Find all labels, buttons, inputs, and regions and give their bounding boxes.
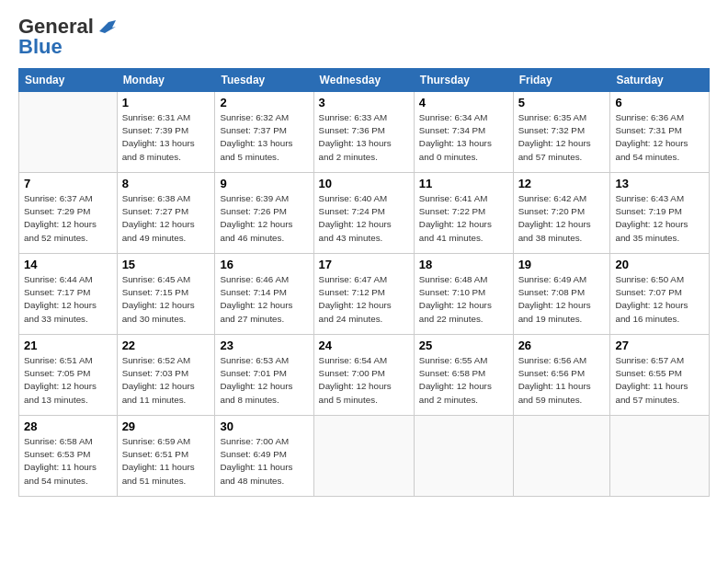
- calendar-cell: 8Sunrise: 6:38 AM Sunset: 7:27 PM Daylig…: [117, 173, 215, 254]
- calendar-cell: 15Sunrise: 6:45 AM Sunset: 7:15 PM Dayli…: [117, 254, 215, 335]
- day-number: 5: [518, 96, 606, 109]
- day-info: Sunrise: 6:45 AM Sunset: 7:15 PM Dayligh…: [122, 273, 210, 326]
- calendar-cell: [313, 416, 414, 497]
- day-info: Sunrise: 6:54 AM Sunset: 7:00 PM Dayligh…: [319, 354, 409, 407]
- day-info: Sunrise: 6:37 AM Sunset: 7:29 PM Dayligh…: [24, 192, 112, 245]
- calendar-cell: [513, 416, 610, 497]
- day-number: 3: [319, 96, 409, 109]
- day-info: Sunrise: 6:38 AM Sunset: 7:27 PM Dayligh…: [122, 192, 210, 245]
- calendar-cell: 21Sunrise: 6:51 AM Sunset: 7:05 PM Dayli…: [19, 335, 118, 416]
- calendar-cell: 25Sunrise: 6:55 AM Sunset: 6:58 PM Dayli…: [414, 335, 513, 416]
- day-number: 2: [220, 96, 308, 109]
- weekday-header-wednesday: Wednesday: [313, 69, 414, 92]
- day-number: 14: [24, 258, 112, 271]
- day-number: 22: [122, 339, 210, 352]
- calendar-cell: 13Sunrise: 6:43 AM Sunset: 7:19 PM Dayli…: [610, 173, 710, 254]
- calendar-cell: 2Sunrise: 6:32 AM Sunset: 7:37 PM Daylig…: [215, 92, 313, 173]
- calendar-cell: 23Sunrise: 6:53 AM Sunset: 7:01 PM Dayli…: [215, 335, 313, 416]
- calendar-cell: 24Sunrise: 6:54 AM Sunset: 7:00 PM Dayli…: [313, 335, 414, 416]
- day-number: 9: [220, 177, 308, 190]
- logo-blue: Blue: [18, 35, 63, 59]
- calendar-cell: 19Sunrise: 6:49 AM Sunset: 7:08 PM Dayli…: [513, 254, 610, 335]
- calendar-cell: 28Sunrise: 6:58 AM Sunset: 6:53 PM Dayli…: [19, 416, 118, 497]
- weekday-header-saturday: Saturday: [610, 69, 710, 92]
- week-row-4: 21Sunrise: 6:51 AM Sunset: 7:05 PM Dayli…: [19, 335, 710, 416]
- day-number: 15: [122, 258, 210, 271]
- day-info: Sunrise: 6:39 AM Sunset: 7:26 PM Dayligh…: [220, 192, 308, 245]
- day-info: Sunrise: 6:34 AM Sunset: 7:34 PM Dayligh…: [419, 111, 508, 164]
- calendar-cell: 22Sunrise: 6:52 AM Sunset: 7:03 PM Dayli…: [117, 335, 215, 416]
- day-info: Sunrise: 6:31 AM Sunset: 7:39 PM Dayligh…: [122, 111, 210, 164]
- day-number: 8: [122, 177, 210, 190]
- day-info: Sunrise: 6:32 AM Sunset: 7:37 PM Dayligh…: [220, 111, 308, 164]
- day-info: Sunrise: 6:42 AM Sunset: 7:20 PM Dayligh…: [518, 192, 606, 245]
- calendar-cell: 11Sunrise: 6:41 AM Sunset: 7:22 PM Dayli…: [414, 173, 513, 254]
- calendar-cell: 7Sunrise: 6:37 AM Sunset: 7:29 PM Daylig…: [19, 173, 118, 254]
- day-number: 27: [615, 339, 704, 352]
- week-row-1: 1Sunrise: 6:31 AM Sunset: 7:39 PM Daylig…: [19, 92, 710, 173]
- day-number: 30: [220, 419, 308, 433]
- day-info: Sunrise: 6:51 AM Sunset: 7:05 PM Dayligh…: [24, 354, 112, 407]
- week-row-5: 28Sunrise: 6:58 AM Sunset: 6:53 PM Dayli…: [19, 416, 710, 497]
- week-row-2: 7Sunrise: 6:37 AM Sunset: 7:29 PM Daylig…: [19, 173, 710, 254]
- day-number: 29: [122, 419, 210, 433]
- page-header: General Blue: [18, 15, 710, 59]
- calendar-cell: 17Sunrise: 6:47 AM Sunset: 7:12 PM Dayli…: [313, 254, 414, 335]
- calendar-cell: 12Sunrise: 6:42 AM Sunset: 7:20 PM Dayli…: [513, 173, 610, 254]
- day-number: 12: [518, 177, 606, 190]
- day-info: Sunrise: 6:47 AM Sunset: 7:12 PM Dayligh…: [319, 273, 409, 326]
- day-number: 7: [24, 177, 112, 190]
- calendar-cell: 29Sunrise: 6:59 AM Sunset: 6:51 PM Dayli…: [117, 416, 215, 497]
- day-number: 11: [419, 177, 508, 190]
- day-number: 28: [24, 419, 112, 433]
- svg-marker-0: [99, 20, 116, 33]
- calendar-cell: 3Sunrise: 6:33 AM Sunset: 7:36 PM Daylig…: [313, 92, 414, 173]
- day-number: 18: [419, 258, 508, 271]
- calendar-cell: 9Sunrise: 6:39 AM Sunset: 7:26 PM Daylig…: [215, 173, 313, 254]
- calendar-cell: 26Sunrise: 6:56 AM Sunset: 6:56 PM Dayli…: [513, 335, 610, 416]
- day-info: Sunrise: 6:41 AM Sunset: 7:22 PM Dayligh…: [419, 192, 508, 245]
- calendar-cell: 20Sunrise: 6:50 AM Sunset: 7:07 PM Dayli…: [610, 254, 710, 335]
- week-row-3: 14Sunrise: 6:44 AM Sunset: 7:17 PM Dayli…: [19, 254, 710, 335]
- day-number: 25: [419, 339, 508, 352]
- day-info: Sunrise: 6:53 AM Sunset: 7:01 PM Dayligh…: [220, 354, 308, 407]
- day-number: 26: [518, 339, 606, 352]
- calendar-cell: [610, 416, 710, 497]
- day-number: 1: [122, 96, 210, 109]
- calendar-cell: 6Sunrise: 6:36 AM Sunset: 7:31 PM Daylig…: [610, 92, 710, 173]
- day-number: 10: [319, 177, 409, 190]
- weekday-header-sunday: Sunday: [19, 69, 118, 92]
- day-info: Sunrise: 6:35 AM Sunset: 7:32 PM Dayligh…: [518, 111, 606, 164]
- calendar-cell: 5Sunrise: 6:35 AM Sunset: 7:32 PM Daylig…: [513, 92, 610, 173]
- day-info: Sunrise: 7:00 AM Sunset: 6:49 PM Dayligh…: [220, 435, 308, 488]
- day-number: 19: [518, 258, 606, 271]
- day-info: Sunrise: 6:52 AM Sunset: 7:03 PM Dayligh…: [122, 354, 210, 407]
- calendar-cell: [414, 416, 513, 497]
- day-info: Sunrise: 6:36 AM Sunset: 7:31 PM Dayligh…: [615, 111, 704, 164]
- day-info: Sunrise: 6:49 AM Sunset: 7:08 PM Dayligh…: [518, 273, 606, 326]
- day-info: Sunrise: 6:59 AM Sunset: 6:51 PM Dayligh…: [122, 435, 210, 488]
- day-number: 24: [319, 339, 409, 352]
- calendar-cell: 4Sunrise: 6:34 AM Sunset: 7:34 PM Daylig…: [414, 92, 513, 173]
- day-number: 20: [615, 258, 704, 271]
- day-info: Sunrise: 6:50 AM Sunset: 7:07 PM Dayligh…: [615, 273, 704, 326]
- day-info: Sunrise: 6:56 AM Sunset: 6:56 PM Dayligh…: [518, 354, 606, 407]
- calendar-cell: 30Sunrise: 7:00 AM Sunset: 6:49 PM Dayli…: [215, 416, 313, 497]
- day-number: 23: [220, 339, 308, 352]
- day-number: 6: [615, 96, 704, 109]
- day-number: 21: [24, 339, 112, 352]
- calendar-cell: 16Sunrise: 6:46 AM Sunset: 7:14 PM Dayli…: [215, 254, 313, 335]
- day-info: Sunrise: 6:57 AM Sunset: 6:55 PM Dayligh…: [615, 354, 704, 407]
- calendar-header-row: SundayMondayTuesdayWednesdayThursdayFrid…: [19, 69, 710, 92]
- day-info: Sunrise: 6:44 AM Sunset: 7:17 PM Dayligh…: [24, 273, 112, 326]
- day-info: Sunrise: 6:43 AM Sunset: 7:19 PM Dayligh…: [615, 192, 704, 245]
- calendar-cell: 14Sunrise: 6:44 AM Sunset: 7:17 PM Dayli…: [19, 254, 118, 335]
- calendar-cell: 1Sunrise: 6:31 AM Sunset: 7:39 PM Daylig…: [117, 92, 215, 173]
- calendar-cell: 10Sunrise: 6:40 AM Sunset: 7:24 PM Dayli…: [313, 173, 414, 254]
- day-info: Sunrise: 6:48 AM Sunset: 7:10 PM Dayligh…: [419, 273, 508, 326]
- day-info: Sunrise: 6:58 AM Sunset: 6:53 PM Dayligh…: [24, 435, 112, 488]
- day-number: 17: [319, 258, 409, 271]
- day-info: Sunrise: 6:46 AM Sunset: 7:14 PM Dayligh…: [220, 273, 308, 326]
- weekday-header-tuesday: Tuesday: [215, 69, 313, 92]
- calendar-cell: 18Sunrise: 6:48 AM Sunset: 7:10 PM Dayli…: [414, 254, 513, 335]
